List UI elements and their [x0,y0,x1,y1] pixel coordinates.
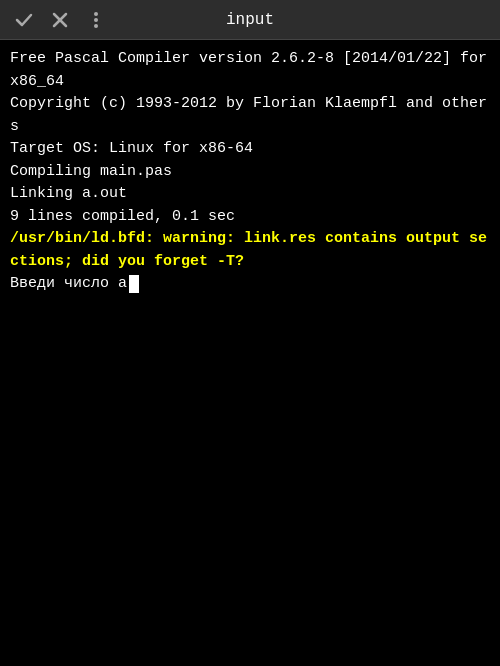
svg-point-4 [94,24,98,28]
cross-icon[interactable] [46,6,74,34]
svg-point-2 [94,12,98,16]
terminal-warning-line: /usr/bin/ld.bfd: warning: link.res conta… [10,228,490,273]
title-bar: input [0,0,500,40]
terminal-line: Compiling main.pas [10,161,490,184]
check-icon[interactable] [10,6,38,34]
input-prompt: Введи число a [10,273,127,296]
menu-icon[interactable] [82,6,110,34]
terminal-line: 9 lines compiled, 0.1 sec [10,206,490,229]
terminal-line: Copyright (c) 1993-2012 by Florian Klaem… [10,93,490,138]
terminal-line: Linking a.out [10,183,490,206]
title-bar-left [10,6,110,34]
window-title: input [226,11,274,29]
terminal-cursor [129,275,139,293]
svg-point-3 [94,18,98,22]
terminal: Free Pascal Compiler version 2.6.2-8 [20… [0,40,500,666]
terminal-input-line[interactable]: Введи число a [10,273,490,296]
terminal-line: Free Pascal Compiler version 2.6.2-8 [20… [10,48,490,93]
terminal-line: Target OS: Linux for x86-64 [10,138,490,161]
